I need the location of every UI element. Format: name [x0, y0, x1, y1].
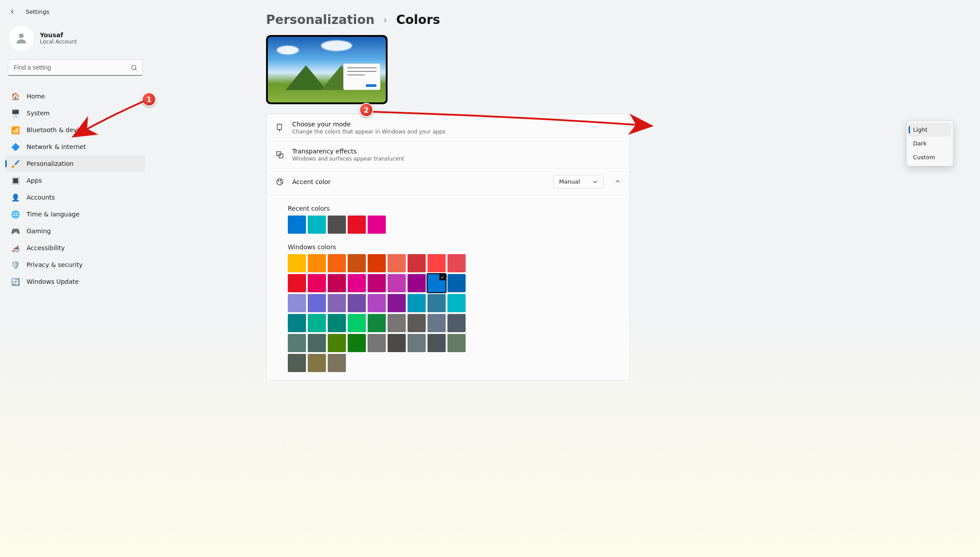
windows-color-swatch[interactable] — [308, 354, 326, 372]
windows-color-swatch[interactable] — [427, 314, 446, 332]
sidebar-item-personalization[interactable]: 🖌️Personalization — [5, 156, 145, 172]
home-icon: 🏠 — [12, 92, 20, 100]
timelang-icon: 🌐 — [12, 210, 20, 218]
svg-point-0 — [19, 33, 24, 38]
transparency-sub: Windows and surfaces appear translucent — [292, 156, 620, 162]
back-button[interactable] — [9, 8, 16, 15]
windows-color-swatch[interactable] — [288, 294, 306, 312]
windows-color-swatch[interactable] — [388, 314, 406, 332]
sidebar-item-accounts[interactable]: 👤Accounts — [5, 189, 145, 205]
sidebar-item-apps[interactable]: 🔳Apps — [5, 173, 145, 188]
windows-color-swatch[interactable] — [368, 294, 386, 312]
collapse-button[interactable] — [615, 178, 620, 185]
profile-name: Yousaf — [40, 31, 77, 39]
row-transparency[interactable]: Transparency effects Windows and surface… — [267, 141, 629, 169]
sidebar-item-privacy[interactable]: 🛡️Privacy & security — [5, 257, 145, 273]
mode-option-light[interactable]: Light — [909, 123, 951, 137]
windows-color-swatch[interactable] — [328, 254, 346, 272]
sidebar-item-bluetooth[interactable]: 📶Bluetooth & devices — [5, 122, 145, 138]
windows-color-swatch[interactable] — [447, 254, 466, 272]
windows-color-swatch[interactable] — [408, 314, 426, 332]
apps-icon: 🔳 — [12, 177, 20, 184]
windows-color-swatch[interactable] — [308, 254, 326, 272]
windows-color-swatch[interactable] — [368, 254, 386, 272]
windows-color-swatch[interactable] — [328, 354, 346, 372]
recent-color-swatch[interactable] — [368, 216, 386, 234]
windows-color-swatch[interactable] — [348, 254, 366, 272]
windows-color-swatch[interactable] — [348, 334, 366, 352]
svg-rect-2 — [277, 124, 282, 129]
search-icon — [131, 64, 137, 71]
svg-point-5 — [277, 179, 283, 185]
windows-color-swatch[interactable] — [427, 254, 446, 272]
windows-color-swatch[interactable] — [388, 334, 406, 352]
sidebar-item-label: Bluetooth & devices — [27, 126, 89, 133]
windows-color-swatch[interactable] — [427, 334, 446, 352]
windows-color-swatch[interactable] — [288, 314, 306, 332]
windows-color-swatch[interactable] — [308, 294, 326, 312]
windows-color-swatch[interactable] — [388, 274, 406, 292]
windows-color-swatch[interactable] — [308, 314, 326, 332]
windows-color-swatch[interactable] — [408, 274, 426, 292]
windows-color-swatch[interactable] — [328, 314, 346, 332]
recent-color-swatch[interactable] — [328, 216, 346, 234]
svg-point-8 — [281, 182, 282, 183]
sidebar-item-network[interactable]: 🔷Network & internet — [5, 139, 145, 155]
windows-color-swatch[interactable] — [368, 314, 386, 332]
windows-color-swatch[interactable] — [427, 294, 446, 312]
sidebar-item-system[interactable]: 🖥️System — [5, 105, 145, 121]
windows-color-swatch[interactable] — [308, 334, 326, 352]
windows-color-swatch[interactable] — [388, 254, 406, 272]
windows-color-swatch[interactable] — [427, 274, 446, 292]
recent-color-swatch[interactable] — [308, 216, 326, 234]
privacy-icon: 🛡️ — [12, 261, 20, 269]
svg-point-1 — [132, 65, 136, 69]
sidebar-item-home[interactable]: 🏠Home — [5, 88, 145, 104]
windows-color-swatch[interactable] — [408, 294, 426, 312]
windows-color-swatch[interactable] — [348, 294, 366, 312]
windows-color-swatch[interactable] — [328, 334, 346, 352]
windows-color-swatch[interactable] — [368, 274, 386, 292]
windows-color-swatch[interactable] — [328, 274, 346, 292]
sidebar-item-timelang[interactable]: 🌐Time & language — [5, 206, 145, 222]
mode-option-custom[interactable]: Custom — [909, 150, 951, 164]
recent-colors-row — [288, 216, 629, 234]
windows-color-swatch[interactable] — [368, 334, 386, 352]
sidebar-item-accessibility[interactable]: 🦽Accessibility — [5, 240, 145, 256]
accent-title: Accent color — [292, 178, 545, 185]
palette-icon — [275, 177, 284, 186]
chevron-up-icon — [615, 179, 620, 184]
windows-color-swatch[interactable] — [447, 314, 466, 332]
windows-color-swatch[interactable] — [328, 294, 346, 312]
search-input[interactable] — [8, 59, 143, 76]
windows-color-swatch[interactable] — [447, 274, 466, 292]
sidebar-item-update[interactable]: 🔄Windows Update — [5, 274, 145, 290]
mode-option-dark[interactable]: Dark — [909, 137, 951, 150]
sidebar-item-label: Windows Update — [27, 278, 79, 285]
recent-color-swatch[interactable] — [348, 216, 366, 234]
windows-color-swatch[interactable] — [447, 334, 466, 352]
recent-color-swatch[interactable] — [288, 216, 306, 234]
sidebar-item-gaming[interactable]: 🎮Gaming — [5, 223, 145, 239]
windows-color-swatch[interactable] — [348, 274, 366, 292]
breadcrumb-root[interactable]: Personalization — [266, 12, 375, 27]
windows-color-swatch[interactable] — [408, 254, 426, 272]
mode-sub: Change the colors that appear in Windows… — [292, 129, 620, 135]
profile-block[interactable]: Yousaf Local Account — [5, 20, 145, 52]
windows-color-swatch[interactable] — [408, 334, 426, 352]
windows-color-swatch[interactable] — [348, 314, 366, 332]
windows-color-swatch[interactable] — [288, 354, 306, 372]
windows-color-swatch[interactable] — [288, 334, 306, 352]
accent-expanded: Recent colors Windows colors — [267, 195, 629, 380]
windows-color-swatch[interactable] — [308, 274, 326, 292]
windows-colors-label: Windows colors — [288, 243, 629, 251]
row-choose-mode[interactable]: Choose your mode Change the colors that … — [267, 114, 629, 141]
windows-color-swatch[interactable] — [288, 254, 306, 272]
windows-color-swatch[interactable] — [388, 294, 406, 312]
avatar — [9, 26, 34, 51]
windows-color-swatch[interactable] — [447, 294, 466, 312]
mode-title: Choose your mode — [292, 121, 620, 128]
network-icon: 🔷 — [12, 143, 20, 151]
windows-color-swatch[interactable] — [288, 274, 306, 292]
accent-mode-select[interactable]: Manual — [553, 175, 604, 188]
